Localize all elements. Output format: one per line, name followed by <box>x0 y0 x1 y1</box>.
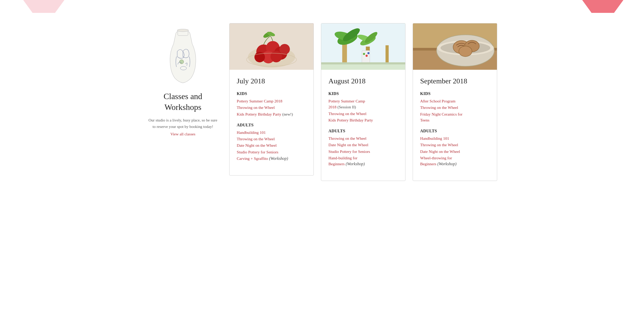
svg-point-30 <box>367 52 369 54</box>
list-item: Kids Pottery Birthday Party <box>328 117 398 123</box>
july-adults-label: ADULTS <box>237 123 306 127</box>
august-kids-list: Pottery Summer Camp2018 (Session II) Thr… <box>328 98 398 123</box>
july-kids-class-3-link[interactable]: Kids Pottery Birthday Party <box>237 112 281 116</box>
list-item: Throwing on the Wheel <box>420 104 490 110</box>
list-item: Handbuilding 101 <box>420 135 490 141</box>
svg-rect-20 <box>386 45 389 65</box>
list-item: Throwing on the Wheel <box>237 104 306 110</box>
page-wrapper: Classes and Workshops Our studio is a li… <box>142 13 502 196</box>
august-adults-class-4-note: (Workshop) <box>346 162 365 166</box>
list-item: Wheel-throwing forBeginners (Workshop) <box>420 155 490 167</box>
september-adults-class-4-note: (Workshop) <box>437 162 456 166</box>
svg-point-2 <box>180 60 184 64</box>
list-item: Date Night on the Wheel <box>237 142 306 148</box>
sidebar: Classes and Workshops Our studio is a li… <box>147 23 219 136</box>
september-kids-class-3-link[interactable]: Friday Night Ceramics forTeens <box>420 112 462 122</box>
september-heading: September 2018 <box>420 77 490 85</box>
list-item: Date Night on the Wheel <box>420 149 490 154</box>
svg-rect-31 <box>321 64 405 70</box>
september-adults-class-2-link[interactable]: Throwing on the Wheel <box>420 143 458 147</box>
august-adults-label: ADULTS <box>328 129 398 133</box>
svg-point-41 <box>459 46 472 57</box>
list-item: Hand-building forBeginners (Workshop) <box>328 155 398 167</box>
july-card-body: July 2018 KIDS Pottery Summer Camp 2018 … <box>230 70 313 175</box>
september-adults-label: ADULTS <box>420 129 490 133</box>
list-item: After School Program <box>420 98 490 104</box>
september-kids-list: After School Program Throwing on the Whe… <box>420 98 490 123</box>
july-adults-class-4-link[interactable]: Studio Pottery for Seniors <box>237 150 278 154</box>
september-image <box>413 23 497 70</box>
july-adults-class-3-link[interactable]: Date Night on the Wheel <box>237 143 277 147</box>
view-all-classes-link[interactable]: View all classes <box>171 132 196 136</box>
list-item: Friday Night Ceramics forTeens <box>420 111 490 123</box>
svg-point-29 <box>366 55 368 57</box>
svg-rect-32 <box>321 62 405 64</box>
august-heading: August 2018 <box>328 77 398 85</box>
page-top-decoration <box>0 0 644 13</box>
august-image <box>321 23 405 70</box>
july-kids-list: Pottery Summer Camp 2018 Throwing on the… <box>237 98 306 117</box>
september-card: September 2018 KIDS After School Program… <box>413 23 497 181</box>
sidebar-description: Our studio is a lively, busy place, so b… <box>147 117 219 130</box>
september-kids-class-1-link[interactable]: After School Program <box>420 99 455 103</box>
svg-point-12 <box>279 44 290 55</box>
september-adults-class-3-link[interactable]: Date Night on the Wheel <box>420 149 460 154</box>
list-item: Pottery Summer Camp 2018 <box>237 98 306 104</box>
august-kids-class-3-link[interactable]: Kids Pottery Birthday Party <box>328 118 373 122</box>
list-item: Studio Pottery for Seniors <box>237 149 306 155</box>
july-kids-class-3-note: (new!) <box>282 112 293 116</box>
september-adults-class-1-link[interactable]: Handbuilding 101 <box>420 136 449 141</box>
august-kids-class-2-link[interactable]: Throwing on the Wheel <box>328 111 367 116</box>
august-adults-class-3-link[interactable]: Studio Pottery for Seniors <box>328 149 370 154</box>
august-card-body: August 2018 KIDS Pottery Summer Camp2018… <box>321 70 405 181</box>
july-kids-class-1-link[interactable]: Pottery Summer Camp 2018 <box>237 99 282 103</box>
september-kids-class-2-link[interactable]: Throwing on the Wheel <box>420 105 458 110</box>
july-kids-class-2-link[interactable]: Throwing on the Wheel <box>237 105 275 110</box>
july-heading: July 2018 <box>237 77 306 85</box>
july-adults-class-5-note: (Workshop) <box>269 156 288 161</box>
july-card: July 2018 KIDS Pottery Summer Camp 2018 … <box>229 23 314 176</box>
august-kids-class-1-note: (Session II) <box>337 105 356 109</box>
list-item: Pottery Summer Camp2018 (Session II) <box>328 98 398 110</box>
july-kids-label: KIDS <box>237 91 306 96</box>
list-item: Throwing on the Wheel <box>420 142 490 148</box>
list-item: Handbuilding 101 <box>237 129 306 135</box>
deco-triangle-right-icon <box>582 0 623 13</box>
july-adults-class-1-link[interactable]: Handbuilding 101 <box>237 130 266 135</box>
september-card-body: September 2018 KIDS After School Program… <box>413 70 497 181</box>
list-item: Throwing on the Wheel <box>237 136 306 142</box>
svg-point-1 <box>177 29 189 32</box>
sidebar-title: Classes and Workshops <box>147 91 219 112</box>
svg-point-28 <box>363 53 365 55</box>
deco-triangle-left-icon <box>23 0 64 13</box>
list-item: Studio Pottery for Seniors <box>328 149 398 154</box>
list-item: Kids Pottery Birthday Party (new!) <box>237 111 306 117</box>
list-item: Throwing on the Wheel <box>328 111 398 117</box>
august-adults-list: Throwing on the Wheel Date Night on the … <box>328 135 398 167</box>
september-adults-list: Handbuilding 101 Throwing on the Wheel D… <box>420 135 490 167</box>
july-adults-list: Handbuilding 101 Throwing on the Wheel D… <box>237 129 306 161</box>
list-item: Throwing on the Wheel <box>328 135 398 141</box>
july-adults-class-2-link[interactable]: Throwing on the Wheel <box>237 137 275 141</box>
august-adults-class-1-link[interactable]: Throwing on the Wheel <box>328 136 367 141</box>
july-adults-class-5-link[interactable]: Carving + Sgraffito <box>237 156 268 161</box>
pottery-vase-image <box>162 28 204 85</box>
list-item: Date Night on the Wheel <box>328 142 398 148</box>
list-item: Carving + Sgraffito (Workshop) <box>237 155 306 161</box>
august-kids-label: KIDS <box>328 91 398 96</box>
july-image <box>230 23 313 70</box>
september-kids-label: KIDS <box>420 91 490 96</box>
august-card: August 2018 KIDS Pottery Summer Camp2018… <box>321 23 405 181</box>
svg-point-10 <box>270 51 282 62</box>
august-adults-class-2-link[interactable]: Date Night on the Wheel <box>328 143 368 147</box>
svg-rect-18 <box>342 44 347 65</box>
months-columns: July 2018 KIDS Pottery Summer Camp 2018 … <box>229 23 497 181</box>
